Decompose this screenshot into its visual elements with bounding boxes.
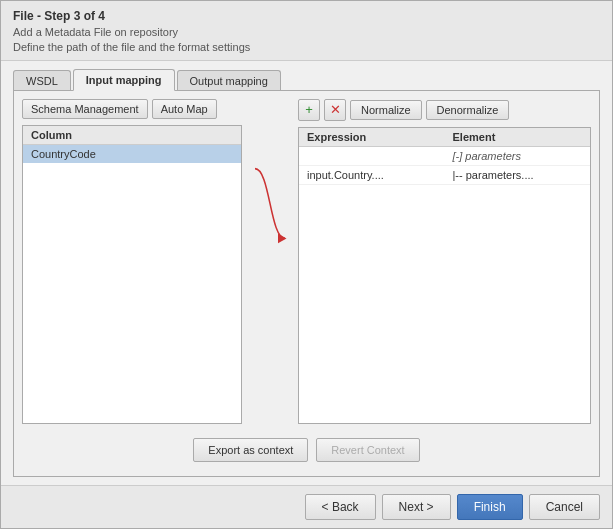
expression-cell: input.Country.... [299,166,445,184]
expression-header: Expression [299,128,445,146]
element-cell: |-- parameters.... [445,166,591,184]
right-toolbar: + ✕ Normalize Denormalize [298,99,591,121]
dialog-body: WSDL Input mapping Output mapping Schema… [1,61,612,485]
add-icon: + [305,102,313,117]
back-button[interactable]: < Back [305,494,376,520]
connector-area [250,99,290,424]
tab-output-mapping[interactable]: Output mapping [177,70,281,91]
mapping-area: Schema Management Auto Map Column Countr… [22,99,591,424]
right-table-header: Expression Element [299,128,590,147]
remove-mapping-button[interactable]: ✕ [324,99,346,121]
export-context-button[interactable]: Export as context [193,438,308,462]
element-header: Element [445,128,591,146]
denormalize-button[interactable]: Denormalize [426,100,510,120]
connector-svg [250,99,290,424]
context-buttons: Export as context Revert Context [22,432,591,468]
table-row[interactable]: CountryCode [23,145,241,163]
schema-management-button[interactable]: Schema Management [22,99,148,119]
dialog-footer: < Back Next > Finish Cancel [1,485,612,528]
next-button[interactable]: Next > [382,494,451,520]
table-row[interactable]: input.Country.... |-- parameters.... [299,166,590,185]
table-row[interactable]: [-] parameters [299,147,590,166]
dialog-subtitle: Add a Metadata File on repository Define… [13,25,600,56]
dialog-title: File - Step 3 of 4 [13,9,600,23]
remove-icon: ✕ [330,102,341,117]
finish-button[interactable]: Finish [457,494,523,520]
tab-bar: WSDL Input mapping Output mapping [13,69,600,91]
tab-content: Schema Management Auto Map Column Countr… [13,90,600,477]
tab-wsdl[interactable]: WSDL [13,70,71,91]
dialog: File - Step 3 of 4 Add a Metadata File o… [0,0,613,529]
right-table: Expression Element [-] parameters input.… [298,127,591,424]
left-toolbar: Schema Management Auto Map [22,99,242,119]
revert-context-button[interactable]: Revert Context [316,438,419,462]
cancel-button[interactable]: Cancel [529,494,600,520]
column-header: Column [23,126,241,145]
left-panel: Schema Management Auto Map Column Countr… [22,99,242,424]
right-panel: + ✕ Normalize Denormalize Expression Ele… [298,99,591,424]
expression-cell [299,147,445,165]
normalize-button[interactable]: Normalize [350,100,422,120]
tab-input-mapping[interactable]: Input mapping [73,69,175,91]
dialog-header: File - Step 3 of 4 Add a Metadata File o… [1,1,612,61]
element-cell: [-] parameters [445,147,591,165]
auto-map-button[interactable]: Auto Map [152,99,217,119]
add-mapping-button[interactable]: + [298,99,320,121]
left-table: Column CountryCode [22,125,242,424]
